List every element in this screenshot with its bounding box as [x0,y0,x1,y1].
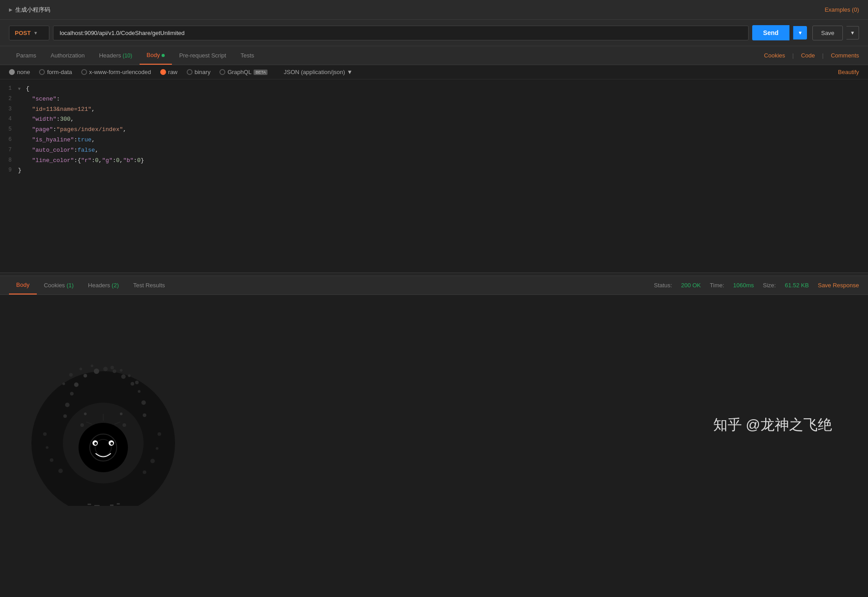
svg-point-8 [121,374,126,379]
code-line-3: 3 "id=113&name=121", [0,105,868,115]
svg-point-35 [79,368,82,370]
beautify-button[interactable]: Beautify [838,69,859,75]
svg-point-39 [120,369,123,372]
qr-code-svg [22,344,184,506]
body-dot [162,54,165,57]
svg-point-24 [84,413,87,415]
svg-rect-45 [110,505,114,506]
save-dropdown-button[interactable]: ▼ [846,26,859,40]
send-button[interactable]: Send [752,25,789,40]
code-line-7: 7 "auto_color":false, [0,145,868,156]
svg-point-2 [79,423,128,472]
svg-point-15 [143,413,146,417]
svg-point-14 [141,400,146,405]
top-bar: ▶ 生成小程序码 Examples (0) [0,0,868,20]
request-tabs-right: Cookies | Code | Comments [764,52,859,59]
code-line-5: 5 "page":"pages/index/index", [0,125,868,135]
status-value: 200 OK [681,282,701,289]
radio-form-data[interactable]: form-data [39,69,72,75]
svg-point-27 [123,423,126,427]
svg-point-22 [150,459,155,463]
svg-point-37 [62,382,65,385]
resp-tab-body[interactable]: Body [9,276,37,294]
code-editor[interactable]: 1 ▼ { 2 "scene": 3 "id=113&name=121", 4 … [0,79,868,272]
code-line-1: 1 ▼ { [0,84,868,94]
radio-urlencoded-dot [81,69,87,75]
response-status-bar: Status: 200 OK Time: 1060ms Size: 61.52 … [654,282,859,289]
svg-rect-43 [94,505,100,506]
request-tabs-bar: Params Authorization Headers (10) Body P… [0,46,868,65]
svg-point-19 [58,469,63,473]
response-body: 知乎 @龙神之飞绝 [0,295,868,555]
resp-tab-cookies[interactable]: Cookies (1) [37,277,81,294]
collapse-arrow-1[interactable]: ▼ [18,87,21,92]
tab-authorization[interactable]: Authorization [44,47,92,64]
time-value: 1060ms [733,282,754,289]
method-selector[interactable]: POST ▼ [9,26,49,40]
request-tabs-left: Params Authorization Headers (10) Body P… [9,46,261,65]
radio-urlencoded[interactable]: x-www-form-urlencoded [81,69,151,75]
method-label: POST [15,30,31,36]
svg-point-38 [110,366,114,369]
svg-point-36 [69,373,73,377]
code-line-9: 9 } [0,166,868,176]
examples-button[interactable]: Examples (0) [824,6,859,13]
code-line-4: 4 "width":300, [0,114,868,125]
cookies-action[interactable]: Cookies [764,52,785,59]
send-dropdown-button[interactable]: ▼ [793,26,807,40]
section-divider [0,272,868,276]
svg-point-33 [110,442,113,445]
response-tabs-left: Body Cookies (1) Headers (2) Test Result… [9,276,172,294]
top-bar-left: ▶ 生成小程序码 [9,6,50,14]
radio-raw-dot [160,69,166,75]
save-response-button[interactable]: Save Response [818,282,859,289]
svg-point-40 [128,374,131,377]
radio-raw[interactable]: raw [160,69,178,75]
svg-point-5 [94,369,99,374]
resp-tab-test-results[interactable]: Test Results [126,277,172,294]
comments-action[interactable]: Comments [831,52,859,59]
svg-point-6 [103,367,108,371]
svg-rect-46 [117,503,120,505]
beta-badge: BETA [254,70,267,75]
tab-params[interactable]: Params [9,47,44,64]
radio-binary[interactable]: binary [187,69,210,75]
code-line-8: 8 "line_color":{"r":0,"g":0,"b":0} [0,156,868,166]
radio-graphql-dot [219,69,225,75]
svg-point-32 [94,442,97,445]
watermark-text: 知乎 @龙神之飞绝 [713,415,832,435]
code-action[interactable]: Code [801,52,815,59]
svg-point-4 [83,374,87,378]
tab-body[interactable]: Body [140,46,172,65]
svg-point-20 [158,432,161,436]
expand-arrow[interactable]: ▶ [9,7,13,12]
svg-point-41 [135,381,139,384]
radio-none-dot [9,69,15,75]
svg-point-17 [46,446,48,449]
json-type-selector[interactable]: JSON (application/json) ▼ [284,69,352,75]
resp-tab-headers[interactable]: Headers (2) [81,277,126,294]
save-button[interactable]: Save [812,26,843,40]
qr-code-area [9,331,197,519]
radio-binary-dot [187,69,193,75]
method-chevron: ▼ [33,31,38,35]
svg-point-26 [80,423,84,427]
code-line-6: 6 "is_hyaline":true, [0,135,868,145]
size-value: 61.52 KB [785,282,809,289]
svg-point-34 [91,364,93,367]
response-tabs-bar: Body Cookies (1) Headers (2) Test Result… [0,276,868,295]
tab-headers[interactable]: Headers (10) [92,47,140,64]
url-input[interactable] [53,26,749,40]
tab-tests[interactable]: Tests [233,47,261,64]
tab-pre-request[interactable]: Pre-request Script [172,47,233,64]
radio-graphql[interactable]: GraphQL BETA [219,69,267,75]
response-image-area: 知乎 @龙神之飞绝 [0,295,868,555]
svg-point-25 [120,413,123,415]
radio-none[interactable]: none [9,69,30,75]
code-line-2: 2 "scene": [0,94,868,105]
svg-point-13 [138,390,140,393]
collection-title: 生成小程序码 [15,6,50,14]
svg-point-7 [113,369,116,373]
radio-form-data-dot [39,69,45,75]
svg-rect-42 [88,504,91,505]
